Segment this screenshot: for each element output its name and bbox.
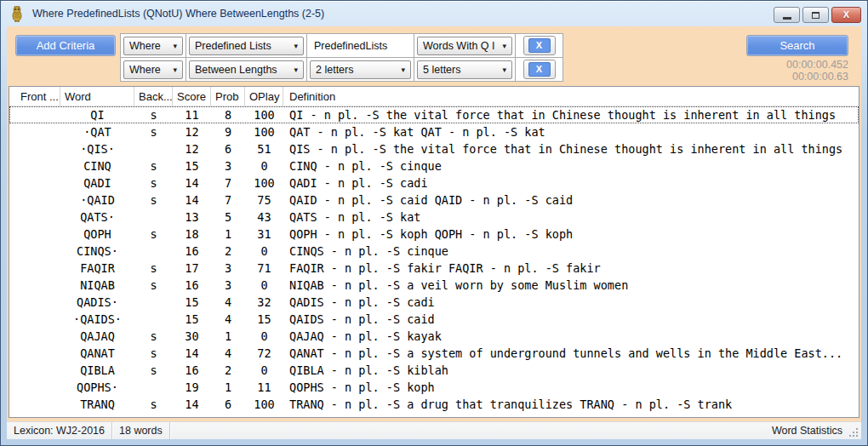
cell-score: 16 — [173, 243, 211, 260]
table-row[interactable]: QATS·13543QATS - n pl. -S kat — [9, 209, 859, 226]
cell-back — [134, 311, 173, 328]
cell-definition: CINQS - n pl. -S cinque — [283, 243, 859, 260]
column-header-oplay[interactable]: OPlay — [245, 87, 283, 106]
criteria-type-select-2[interactable]: Between Lengths ▾ — [189, 60, 304, 79]
table-row[interactable]: QADIS·15432QADIS - n pl. -S cadi — [9, 294, 859, 311]
criteria-param-label-1: PredefinedLists — [310, 40, 387, 52]
cell-oplay: 0 — [245, 328, 283, 345]
cell-prob: 7 — [211, 174, 245, 192]
table-row[interactable]: ·QAIDS·15415QAIDS - n pl. -S caid — [9, 311, 859, 328]
cell-score: 19 — [173, 379, 211, 396]
table-row[interactable]: QANATs14472QANAT - n pl. -S a system of … — [9, 345, 859, 362]
timer-secondary: 00:00:00.63 — [786, 71, 848, 83]
table-row[interactable]: ·QIS·12651QIS - n pl. -S the vital force… — [9, 140, 859, 157]
cell-word: QANAT — [60, 345, 134, 362]
cell-word: TRANQ — [60, 396, 134, 413]
cell-back: s — [134, 123, 173, 140]
cell-prob: 2 — [211, 362, 245, 379]
max-length-select[interactable]: 5 letters ▾ — [417, 60, 512, 79]
remove-icon: X — [528, 38, 551, 53]
cell-back: s — [134, 396, 173, 413]
resize-grip[interactable] — [848, 426, 859, 438]
cell-word: QI — [60, 106, 134, 123]
table-row[interactable]: QIBLAs1620QIBLA - n pl. -S kiblah — [9, 362, 859, 379]
cell-back: s — [134, 157, 173, 174]
cell-definition: FAQIR - n pl. -S fakir FAQIR - n pl. -S … — [283, 260, 859, 277]
table-row[interactable]: TRANQs146100TRANQ - n pl. -S a drug that… — [9, 396, 859, 413]
column-header-back[interactable]: Back... — [134, 87, 173, 106]
cell-definition: QI - n pl. -S the vital force that in Ch… — [283, 106, 859, 123]
cell-front — [9, 226, 60, 243]
cell-word: ·QAID — [60, 192, 134, 209]
column-header-definition[interactable]: Definition — [283, 87, 859, 106]
cell-score: 30 — [173, 328, 211, 345]
cell-score: 15 — [173, 311, 211, 328]
table-row[interactable]: QOPHs18131QOPH - n pl. -S koph QOPH - n … — [9, 226, 859, 243]
cell-word: FAQIR — [60, 260, 134, 277]
titlebar[interactable]: Where PredefinedLists (QNotU) Where Betw… — [2, 1, 866, 26]
cell-front — [9, 396, 60, 413]
cell-back: s — [134, 277, 173, 294]
remove-criteria-button-1[interactable]: X — [523, 36, 556, 55]
table-row[interactable]: QADIs147100QADI - n pl. -S cadi — [9, 174, 859, 192]
column-header-score[interactable]: Score — [173, 87, 211, 106]
min-length-select[interactable]: 2 letters ▾ — [310, 60, 411, 79]
cell-word: QADIS· — [60, 294, 134, 311]
cell-score: 15 — [173, 157, 211, 174]
cell-definition: QAIDS - n pl. -S caid — [283, 311, 859, 328]
cell-front — [9, 277, 60, 294]
table-row[interactable]: CINQS·1620CINQS - n pl. -S cinque — [9, 243, 859, 260]
table-row[interactable]: ·QAIDs14775QAID - n pl. -S caid QAID - n… — [9, 192, 859, 209]
column-header-front[interactable]: Front ... — [9, 87, 60, 106]
table-row[interactable]: FAQIRs17371FAQIR - n pl. -S fakir FAQIR … — [9, 260, 859, 277]
search-button[interactable]: Search — [746, 35, 848, 56]
table-row[interactable]: QOPHS·19111QOPHS - n pl. -S koph — [9, 379, 859, 396]
predefined-list-select-1[interactable]: Words With Q I ▾ — [417, 37, 512, 55]
column-header-word[interactable]: Word — [60, 87, 134, 106]
criteria-cell: Where ▾ — [121, 58, 186, 82]
maximize-button[interactable] — [802, 7, 829, 23]
cell-prob: 3 — [211, 260, 245, 277]
cell-score: 14 — [173, 192, 211, 209]
column-header-prob[interactable]: Prob — [211, 87, 245, 106]
cell-front — [9, 243, 60, 260]
maximize-icon — [812, 12, 819, 19]
cell-word: ·QAIDS· — [60, 311, 134, 328]
cell-definition: QAT - n pl. -S kat QAT - n pl. -S kat — [283, 123, 859, 140]
conjunction-select-2[interactable]: Where ▾ — [123, 60, 183, 79]
remove-criteria-button-2[interactable]: X — [523, 60, 556, 79]
cell-score: 12 — [173, 140, 211, 157]
table-row[interactable]: QIs118100QI - n pl. -S the vital force t… — [9, 106, 859, 123]
table-row[interactable]: QAJAQs3010QAJAQ - n pl. -S kayak — [9, 328, 859, 345]
criteria-type-select-1[interactable]: Predefined Lists ▾ — [189, 37, 304, 55]
criteria-cell: Between Lengths ▾ — [186, 58, 307, 82]
add-criteria-button[interactable]: Add Criteria — [15, 35, 116, 56]
cell-prob: 8 — [211, 106, 245, 123]
cell-prob: 6 — [211, 396, 245, 413]
minimize-button[interactable] — [774, 7, 800, 23]
cell-score: 18 — [173, 226, 211, 243]
cell-oplay: 72 — [245, 345, 283, 362]
cell-prob: 1 — [211, 379, 245, 396]
table-row[interactable]: ·QATs129100QAT - n pl. -S kat QAT - n pl… — [9, 123, 859, 140]
cell-word: ·QIS· — [60, 140, 134, 157]
cell-word: QAJAQ — [60, 328, 134, 345]
status-word-statistics[interactable]: Word Statistics — [767, 425, 848, 437]
criteria-cell: Predefined Lists ▾ — [186, 34, 307, 58]
combo-value: 5 letters — [423, 64, 460, 76]
chevron-down-icon: ▾ — [294, 66, 298, 74]
cell-oplay: 31 — [245, 226, 283, 243]
cell-oplay: 15 — [245, 311, 283, 328]
cell-prob: 4 — [211, 345, 245, 362]
results-table: Front ... Word Back... Score Prob OPlay … — [9, 86, 859, 418]
cell-definition: QOPHS - n pl. -S koph — [283, 379, 859, 396]
owl-app-icon — [10, 5, 24, 22]
cell-back: s — [134, 226, 173, 243]
conjunction-select-1[interactable]: Where ▾ — [123, 37, 183, 55]
table-row[interactable]: CINQs1530CINQ - n pl. -S cinque — [9, 157, 859, 174]
table-row[interactable]: NIQABs1630NIQAB - n pl. -S a veil worn b… — [9, 277, 859, 294]
cell-front — [9, 123, 60, 140]
cell-definition: QAID - n pl. -S caid QAID - n pl. -S cai… — [283, 192, 859, 209]
close-button[interactable]: X — [831, 7, 861, 23]
window-title: Where PredefinedLists (QNotU) Where Betw… — [32, 8, 324, 20]
